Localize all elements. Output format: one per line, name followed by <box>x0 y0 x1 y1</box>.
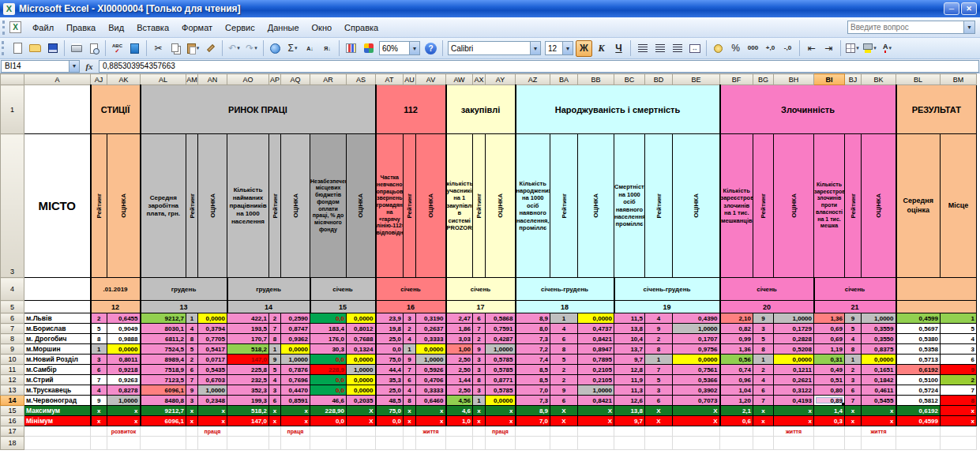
cell[interactable] <box>24 426 91 437</box>
data-cell[interactable]: 4 <box>645 313 673 324</box>
data-cell[interactable]: 0,31 <box>814 355 845 365</box>
data-cell[interactable]: 8 <box>645 344 673 355</box>
data-cell[interactable]: 4 <box>550 324 578 334</box>
selected-cell-BI14[interactable]: 0,89 <box>814 396 845 406</box>
column-header-AU[interactable]: AU <box>404 74 416 85</box>
data-cell[interactable]: 228,9 <box>310 365 347 375</box>
data-cell[interactable]: x <box>416 406 446 416</box>
data-cell[interactable]: 1 <box>269 344 281 355</box>
data-cell[interactable]: 2,1 <box>720 406 753 416</box>
data-cell[interactable]: 0,80 <box>814 385 845 396</box>
align-right-button[interactable] <box>669 40 685 57</box>
font-name-select[interactable]: Calibri▾ <box>448 41 541 55</box>
data-cell[interactable]: 0,8011 <box>107 355 141 365</box>
data-cell[interactable]: 6 <box>269 396 281 406</box>
research-button[interactable] <box>126 40 143 57</box>
data-cell[interactable]: X <box>347 416 376 426</box>
data-cell[interactable]: 9 <box>550 385 578 396</box>
data-cell[interactable]: 9 <box>845 313 862 324</box>
cell[interactable] <box>107 437 141 450</box>
data-cell[interactable]: 0,2348 <box>198 396 227 406</box>
cell[interactable] <box>416 437 446 450</box>
menu-item-Вид[interactable]: Вид <box>102 20 130 36</box>
cell[interactable] <box>614 437 645 450</box>
data-cell[interactable]: 2 <box>91 313 107 324</box>
subheader-Рейтинг-0[interactable]: Рейтинг <box>91 134 107 278</box>
data-cell[interactable]: 8,9 <box>516 313 550 324</box>
subheader-19[interactable]: Смертність, на 1000 осіб наявного населе… <box>614 134 645 278</box>
data-cell[interactable]: 2,50 <box>446 365 473 375</box>
data-cell[interactable]: x <box>281 416 310 426</box>
period-6[interactable]: січень-грудень <box>516 278 614 301</box>
footnote-label-життя[interactable]: життя <box>416 426 446 437</box>
data-cell[interactable]: 13,8 <box>614 324 645 334</box>
data-cell[interactable]: 0,1707 <box>673 334 720 344</box>
data-cell[interactable]: 0,5417 <box>198 344 227 355</box>
data-cell[interactable]: 2 <box>845 365 862 375</box>
data-cell[interactable]: 5 <box>269 365 281 375</box>
cell[interactable] <box>141 437 186 450</box>
column-header-AR[interactable]: AR <box>310 74 347 85</box>
data-cell[interactable]: x <box>416 416 446 426</box>
data-cell[interactable]: 0,5380 <box>896 334 941 344</box>
data-cell[interactable]: 8 <box>186 334 198 344</box>
data-cell[interactable]: x <box>862 406 896 416</box>
data-cell[interactable]: 12,8 <box>614 365 645 375</box>
data-cell[interactable]: 2,47 <box>446 313 473 324</box>
cell[interactable] <box>814 437 845 450</box>
data-cell[interactable]: 0,8747 <box>281 324 310 334</box>
data-cell[interactable]: 5 <box>753 334 774 344</box>
data-cell[interactable]: 8 <box>550 344 578 355</box>
footnote-label-праця[interactable]: праця <box>486 426 516 437</box>
data-cell[interactable]: 3 <box>753 324 774 334</box>
cell[interactable] <box>645 437 673 450</box>
data-cell[interactable]: 0,0717 <box>198 355 227 365</box>
data-cell[interactable]: 0,7073 <box>673 396 720 406</box>
subheader-Рейтинг-3[interactable]: Рейтинг <box>186 134 198 278</box>
data-cell[interactable]: 0,8947 <box>578 344 614 355</box>
data-cell[interactable]: 6096,1 <box>141 416 186 426</box>
data-cell[interactable]: X <box>673 406 720 416</box>
data-cell[interactable]: 0,5100 <box>896 375 941 385</box>
data-cell[interactable]: 0,0 <box>376 416 404 426</box>
merge-center-button[interactable]: ↔ <box>686 40 703 57</box>
data-cell[interactable]: 0,2590 <box>281 313 310 324</box>
column-header-AQ[interactable]: AQ <box>281 74 310 85</box>
data-cell[interactable]: 5 <box>550 355 578 365</box>
data-cell[interactable]: 0,5366 <box>673 375 720 385</box>
column-header-BA[interactable]: BA <box>550 74 578 85</box>
data-cell[interactable]: 0,7876 <box>281 365 310 375</box>
group-number-3[interactable]: 15 <box>310 301 376 313</box>
cell[interactable] <box>862 437 896 450</box>
data-cell[interactable]: 0,4470 <box>281 385 310 396</box>
data-cell[interactable]: 1 <box>941 313 977 324</box>
data-cell[interactable]: 0,0 <box>310 385 347 396</box>
format-painter-button[interactable] <box>202 40 219 57</box>
column-header-BK[interactable]: BK <box>862 74 896 85</box>
data-cell[interactable]: 8 <box>941 396 977 406</box>
data-cell[interactable]: 0,0000 <box>862 355 896 365</box>
data-cell[interactable]: 0,5724 <box>896 385 941 396</box>
data-cell[interactable]: 10,4 <box>614 334 645 344</box>
data-cell[interactable]: 9 <box>645 324 673 334</box>
fill-color-button[interactable]: ▾ <box>862 40 878 57</box>
data-cell[interactable]: 11,9 <box>614 375 645 385</box>
data-cell[interactable]: 48,5 <box>376 396 404 406</box>
data-cell[interactable]: 0,0000 <box>107 344 141 355</box>
data-cell[interactable]: x <box>404 406 416 416</box>
row-header-7[interactable]: 7 <box>1 324 24 334</box>
data-cell[interactable]: 0,56 <box>720 355 753 365</box>
data-cell[interactable]: 0,0000 <box>416 344 446 355</box>
data-cell[interactable]: 1 <box>645 355 673 365</box>
data-cell[interactable]: 7 <box>941 385 977 396</box>
data-cell[interactable]: 1,0000 <box>578 385 614 396</box>
data-cell[interactable]: 0,6 <box>720 416 753 426</box>
data-cell[interactable]: 2 <box>473 334 486 344</box>
data-cell[interactable]: 0,4706 <box>416 375 446 385</box>
data-cell[interactable]: 352,3 <box>227 385 269 396</box>
data-cell[interactable]: 3 <box>941 344 977 355</box>
data-cell[interactable]: 0,3190 <box>416 313 446 324</box>
period-2[interactable]: грудень <box>227 278 310 301</box>
data-cell[interactable]: 6 <box>845 385 862 396</box>
data-cell[interactable]: 0,9218 <box>107 365 141 375</box>
